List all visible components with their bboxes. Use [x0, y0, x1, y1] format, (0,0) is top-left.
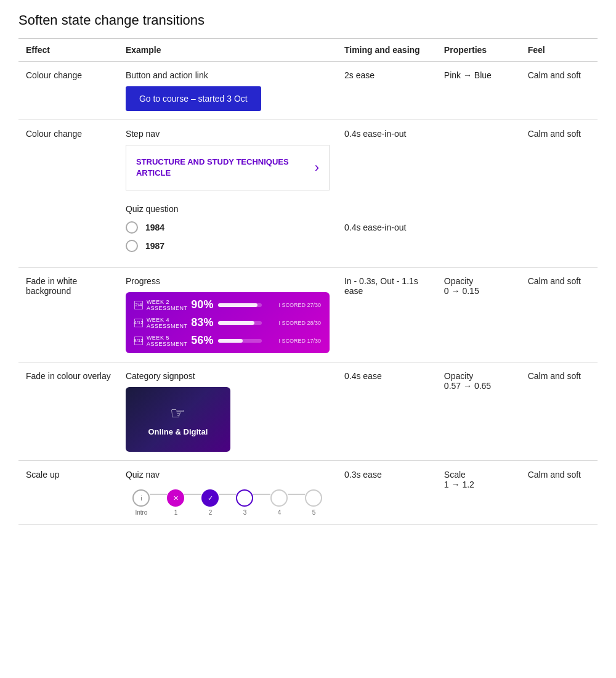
effect-cell-5: Scale up	[18, 461, 118, 525]
timing-cell-5: 0.3s ease	[337, 461, 437, 525]
quiz-question-section: Quiz question 1984 1987	[126, 204, 330, 252]
example-cell-stepnav: Step nav STRUCTURE AND STUDY TECHNIQUES …	[118, 120, 337, 268]
quiz-nav-1: ✕ 1	[167, 489, 184, 516]
feel-cell-2: Calm and soft	[521, 120, 598, 268]
prog-bar-wrap-2	[218, 321, 262, 325]
quiz-nav: i Intro ✕ 1 ✓ 2	[126, 489, 330, 516]
col-header-feel: Feel	[521, 39, 598, 62]
quiz-nav-circle-2[interactable]: ✓	[201, 489, 219, 507]
feel-cell-1: Calm and soft	[521, 62, 598, 120]
signpost-text: Online & Digital	[148, 427, 208, 436]
prog-week-2: 4/12	[134, 319, 143, 327]
effect-cell-3: Fade in white background	[18, 268, 118, 362]
quiz-nav-label-intro: Intro	[135, 509, 147, 516]
timing-cell-2: 0.4s ease-in-out 0.4s ease-in-out	[337, 120, 437, 268]
step-nav-arrow-icon[interactable]: ›	[315, 160, 319, 176]
page-title: Soften state change transitions	[18, 12, 598, 28]
prog-pct-2: 83%	[187, 316, 213, 329]
quiz-nav-2: ✓ 2	[201, 489, 219, 516]
step-nav-label: Step nav	[126, 129, 330, 139]
quiz-nav-label-4: 4	[278, 509, 282, 516]
example-cell-button: Button and action link Go to course – st…	[118, 62, 337, 120]
example-cell-progress: Progress 2/4 WEEK 2 ASSESSMENT 90% I SCO…	[118, 268, 337, 362]
progress-box: 2/4 WEEK 2 ASSESSMENT 90% I SCORED 27/30…	[126, 292, 330, 353]
quiz-nav-label-5: 5	[312, 509, 316, 516]
effect-cell: Colour change	[18, 62, 118, 120]
quiz-radio-1984[interactable]	[126, 221, 138, 234]
quiz-nav-circle-1[interactable]: ✕	[167, 489, 184, 507]
example-cell-quiznav: Quiz nav i Intro ✕ 1	[118, 461, 337, 525]
quiz-option-label-1984: 1984	[145, 223, 164, 232]
quiz-nav-label: Quiz nav	[126, 470, 330, 480]
table-row: Scale up Quiz nav i Intro ✕ 1	[18, 461, 598, 525]
prog-score-1: I SCORED 27/30	[272, 302, 321, 308]
progress-label: Progress	[126, 276, 330, 286]
prog-bar-1	[218, 303, 257, 307]
quiz-option-1987[interactable]: 1987	[126, 240, 330, 252]
col-header-properties: Properties	[437, 39, 521, 62]
props-cell-4: Opacity 0.57 → 0.65	[437, 362, 521, 461]
quiz-option-1984[interactable]: 1984	[126, 221, 330, 234]
step-nav-title: STRUCTURE AND STUDY TECHNIQUES	[136, 157, 289, 168]
props-cell-5: Scale 1 → 1.2	[437, 461, 521, 525]
table-row: Fade in white background Progress 2/4 WE…	[18, 268, 598, 362]
example-label-button: Button and action link	[126, 70, 330, 80]
quiz-nav-line-2	[184, 494, 201, 495]
prog-label-3: WEEK 5 ASSESSMENT	[147, 335, 188, 347]
quiz-nav-circle-3[interactable]	[236, 489, 253, 507]
quiz-option-label-1987: 1987	[145, 241, 164, 251]
feel-cell-4: Calm and soft	[521, 362, 598, 461]
feel-cell-5: Calm and soft	[521, 461, 598, 525]
quiz-nav-label-1: 1	[174, 509, 178, 516]
quiz-nav-3: 3	[236, 489, 253, 516]
col-header-timing: Timing and easing	[337, 39, 437, 62]
quiz-nav-4: 4	[270, 489, 288, 516]
table-row: Colour change Button and action link Go …	[18, 62, 598, 120]
prog-week-1: 2/4	[134, 301, 143, 309]
prog-week-3: 8/12	[134, 337, 143, 345]
table-row: Colour change Step nav STRUCTURE AND STU…	[18, 120, 598, 268]
signpost-label: Category signpost	[126, 371, 330, 381]
prog-score-2: I SCORED 28/30	[272, 320, 321, 326]
feel-cell-3: Calm and soft	[521, 268, 598, 362]
progress-row-3: 8/12 WEEK 5 ASSESSMENT 56% I SCORED 17/3…	[134, 334, 321, 347]
col-header-effect: Effect	[18, 39, 118, 62]
quiz-radio-1987[interactable]	[126, 240, 138, 252]
step-nav-sub: ARTICLE	[136, 168, 289, 179]
step-nav-text: STRUCTURE AND STUDY TECHNIQUES ARTICLE	[136, 157, 289, 179]
quiz-nav-line-4	[253, 494, 270, 495]
prog-bar-wrap-1	[218, 303, 262, 307]
quiz-nav-5: 5	[305, 489, 322, 516]
quiz-question-label: Quiz question	[126, 204, 330, 214]
goto-course-button[interactable]: Go to course – started 3 Oct	[126, 86, 261, 111]
touch-icon: ☞	[170, 403, 185, 423]
effect-cell-2: Colour change	[18, 120, 118, 268]
props-cell-3: Opacity 0 → 0.15	[437, 268, 521, 362]
quiz-nav-circle-4[interactable]	[270, 489, 288, 507]
props-cell-1: Pink → Blue	[437, 62, 521, 120]
quiz-nav-line-3	[219, 494, 236, 495]
timing-cell-4: 0.4s ease	[337, 362, 437, 461]
progress-row-2: 4/12 WEEK 4 ASSESSMENT 83% I SCORED 28/3…	[134, 316, 321, 329]
progress-row-1: 2/4 WEEK 2 ASSESSMENT 90% I SCORED 27/30	[134, 298, 321, 311]
table-row: Fade in colour overlay Category signpost…	[18, 362, 598, 461]
signpost-box[interactable]: ☞ Online & Digital	[126, 387, 230, 452]
prog-pct-1: 90%	[187, 298, 213, 311]
prog-label-2: WEEK 4 ASSESSMENT	[147, 317, 188, 329]
prog-label-1: WEEK 2 ASSESSMENT	[147, 299, 188, 311]
timing-cell-1: 2s ease	[337, 62, 437, 120]
transitions-table: Effect Example Timing and easing Propert…	[18, 38, 598, 525]
step-nav-box: STRUCTURE AND STUDY TECHNIQUES ARTICLE ›	[126, 145, 330, 190]
effect-cell-4: Fade in colour overlay	[18, 362, 118, 461]
timing-stepnav: 0.4s ease-in-out	[344, 129, 429, 139]
prog-bar-3	[218, 339, 243, 343]
quiz-nav-label-3: 3	[243, 509, 247, 516]
quiz-nav-circle-5[interactable]	[305, 489, 322, 507]
quiz-nav-intro: i Intro	[132, 489, 150, 516]
prog-bar-wrap-3	[218, 339, 262, 343]
timing-quiz: 0.4s ease-in-out	[344, 223, 429, 232]
prog-bar-2	[218, 321, 254, 325]
quiz-nav-circle-intro[interactable]: i	[132, 489, 150, 507]
timing-cell-3: In - 0.3s, Out - 1.1s ease	[337, 268, 437, 362]
example-cell-signpost: Category signpost ☞ Online & Digital	[118, 362, 337, 461]
